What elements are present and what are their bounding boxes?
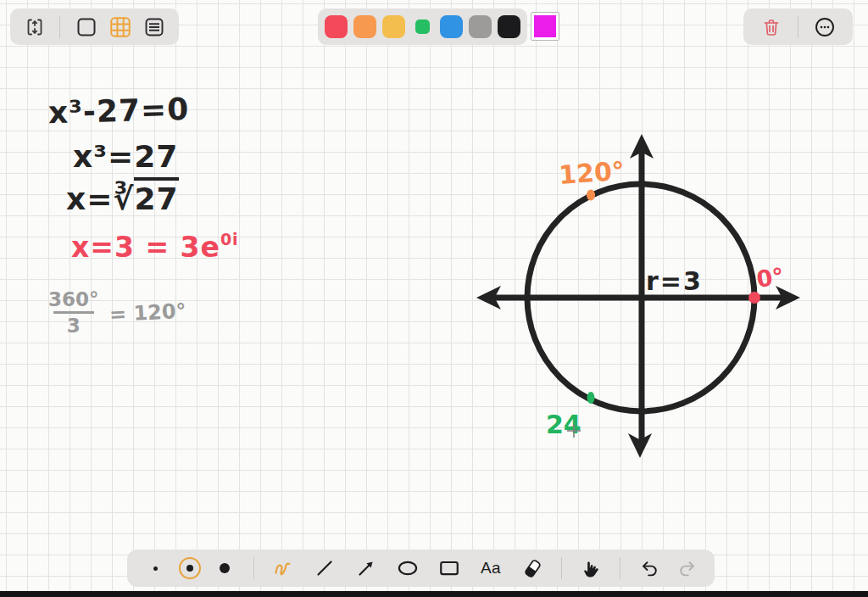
arrow-icon [356,558,376,578]
color-swatch-blue[interactable] [440,15,463,38]
toolbar-divider [253,557,254,579]
hand-pan-tool-button[interactable] [576,553,605,583]
black-swatch [498,15,520,38]
redo-icon [677,559,697,578]
point-0deg [748,292,760,304]
bottom-video-bar [0,591,868,597]
squiggle-icon [272,557,295,580]
hand-icon [581,558,602,579]
paper-style-lined-button[interactable] [140,12,169,42]
label-240deg-partial: 24 [546,410,581,439]
paper-style-plain-button[interactable] [72,12,101,42]
selected-size-ring [179,557,201,579]
color-swatch-gray[interactable] [469,15,492,38]
large-dot-icon [220,563,230,573]
redo-button-disabled[interactable] [672,553,701,583]
fraction-numerator: 360° [47,288,101,311]
text-tool-icon: Aa [481,559,501,577]
ellipse-tool-button[interactable] [393,553,422,583]
delete-button[interactable] [757,12,786,42]
page-toolbar [10,8,179,45]
pen-tool-button-selected[interactable] [269,553,298,583]
stroke-size-medium-button-selected[interactable] [175,553,204,583]
drawing-canvas[interactable]: x³-27=0 x³=27 x=∛27 x=3 = 3e0i 360° 3 = … [0,0,868,597]
shape-tools-group: Aa [269,553,547,583]
cursor-crosshair [567,424,581,438]
trash-icon [761,17,782,37]
toolbar-divider [620,557,620,579]
rectangle-tool-button[interactable] [435,553,464,583]
stroke-size-small-button[interactable] [141,553,170,583]
point-240deg [587,392,595,404]
medium-dot-icon [186,565,193,572]
undo-button[interactable] [635,553,664,583]
radicand: 27 [134,177,178,216]
color-swatch-green-selected[interactable] [411,15,434,38]
cube-root-prefix: x= [66,181,113,216]
color-swatch-orange[interactable] [353,15,376,38]
note-equation-4: x=3 = 3e0i [71,231,239,264]
label-0deg: 0° [755,263,786,293]
radical-sign: ∛ [113,181,134,216]
fraction-result: = 120° [108,298,186,326]
label-radius: r=3 [646,266,703,296]
circle-radius-3 [527,184,754,411]
actions-toolbar [743,8,853,45]
gray-swatch [469,15,492,38]
note-equation-1: x³-27=0 [47,92,189,130]
text-tool-button[interactable]: Aa [476,553,505,583]
more-options-button[interactable] [810,12,839,42]
tools-toolbar: Aa [127,550,715,587]
color-swatch-yellow[interactable] [382,15,405,38]
grid-paper-icon [108,15,132,39]
toolbar-divider [59,16,60,38]
fraction: 360° 3 [47,288,101,337]
line-icon [314,558,335,578]
line-tool-button[interactable] [310,553,339,583]
yellow-swatch [382,15,405,38]
y-axis-bottom-arrowhead [628,433,652,458]
blue-swatch [440,15,463,38]
note-fraction: 360° 3 = 120° [47,288,186,337]
y-axis-top-arrowhead [630,134,654,159]
scroll-direction-icon [24,16,46,38]
magenta-swatch [534,15,556,37]
fraction-denominator: 3 [53,311,94,337]
scroll-direction-button[interactable] [20,12,49,42]
ellipse-icon [397,557,419,579]
orange-swatch [353,15,376,38]
stroke-size-group [141,553,239,583]
small-dot-icon [153,566,158,571]
note-equation-2: x³=27 [73,139,178,174]
label-120deg: 120° [558,156,626,190]
x-axis-left-arrowhead [476,286,501,310]
rectangle-icon [438,557,460,579]
toolbar-divider [798,16,798,38]
euler-form-exponent: 0i [220,230,239,248]
stroke-size-large-button[interactable] [210,553,239,583]
undo-icon [640,559,659,578]
point-120deg [587,190,595,201]
note-equation-3: x=∛27 [66,181,179,216]
arrow-tool-button[interactable] [352,553,381,583]
color-palette [318,8,527,45]
color-swatch-black[interactable] [498,15,520,38]
color-swatch-red[interactable] [325,15,348,38]
eraser-icon [522,558,543,579]
lined-paper-icon [143,16,165,38]
custom-color-swatch[interactable] [531,12,559,41]
green-swatch [415,20,430,34]
red-swatch [325,15,348,38]
toolbar-divider [561,557,562,579]
paper-style-grid-button[interactable] [106,12,135,42]
plain-paper-icon [75,16,97,38]
x-axis-right-arrowhead [776,286,800,310]
ellipsis-circle-icon [814,16,836,38]
euler-form-base: x=3 = 3e [71,231,220,264]
eraser-tool-button[interactable] [518,553,547,583]
